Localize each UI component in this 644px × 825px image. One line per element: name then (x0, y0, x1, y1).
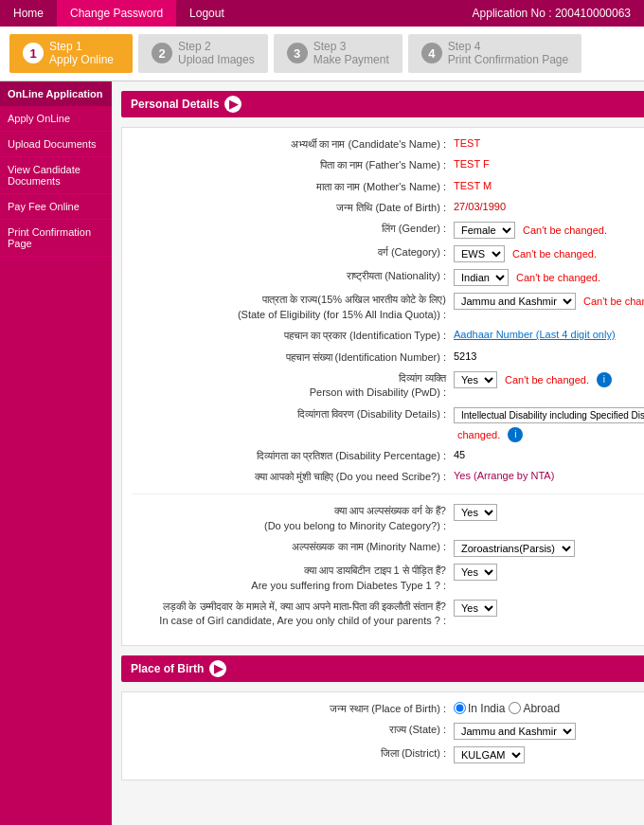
id-number-label: पहचान संख्या (Identification Number) : (132, 350, 454, 365)
id-number-value: 5213 (454, 350, 644, 362)
id-type-value: Aadhaar Number (Last 4 digit only) (454, 329, 644, 340)
disability-info-icon[interactable]: i (508, 427, 523, 442)
id-type-row: पहचान का प्रकार (Identification Type) : … (132, 329, 644, 343)
disability-details-value: Intellectual Disability including Specif… (454, 407, 644, 442)
birth-state-select[interactable]: Jammu and Kashmir (454, 723, 576, 740)
dob-row: जन्म तिथि (Date of Birth) : 27/03/1990 (132, 201, 644, 215)
birth-state-label: राज्य (State) : (132, 723, 454, 737)
step-3[interactable]: 3 Step 3Make Payment (274, 34, 402, 73)
minority-name-label: अल्पसंख्यक का नाम (Minority Name) : (132, 540, 454, 554)
sidebar-item-pay[interactable]: Pay Fee Online (0, 194, 112, 220)
step-1-num: 1 (23, 43, 44, 63)
place-birth-label: जन्म स्थान (Place of Birth) : (132, 702, 454, 716)
minority-value: YesNo (454, 504, 644, 521)
birth-district-select[interactable]: KULGAM (454, 746, 525, 763)
girl-candidate-label: लड़की के उम्मीदवार के मामले में, क्या आप… (132, 600, 454, 629)
pwd-label: दिव्यांग व्यक्तिPerson with Disability (… (132, 371, 454, 401)
father-name-value: TEST F (454, 158, 644, 170)
content-area: Personal Details ▶ अभ्यर्थी का नाम (Cand… (112, 81, 644, 825)
minority-name-row: अल्पसंख्यक का नाम (Minority Name) : Zoro… (132, 540, 644, 557)
nav-logout[interactable]: Logout (176, 0, 238, 27)
gender-value: Female Can't be changed. (454, 222, 644, 239)
personal-details-form: अभ्यर्थी का नाम (Candidate's Name) : TES… (121, 127, 644, 646)
place-birth-row: जन्म स्थान (Place of Birth) : In India A… (132, 702, 644, 716)
pwd-info-icon[interactable]: i (597, 372, 612, 387)
sidebar-item-print[interactable]: Print Confirmation Page (0, 220, 112, 257)
step-4-label: Step 4Print Confirmation Page (448, 40, 568, 67)
girl-candidate-select[interactable]: YesNo (454, 600, 497, 617)
personal-details-title: Personal Details (131, 98, 219, 111)
diabetes-select[interactable]: YesNo (454, 564, 497, 581)
minority-name-select[interactable]: Zoroastrians(Parsis) (454, 540, 575, 557)
minority-select[interactable]: YesNo (454, 504, 497, 521)
nationality-label: राष्ट्रीयता (Nationality) : (132, 269, 454, 283)
in-india-radio[interactable] (454, 702, 466, 714)
state-eligibility-select[interactable]: Jammu and Kashmir (454, 293, 576, 310)
state-eligibility-label: पात्रता के राज्य(15% अखिल भारतीय कोटे के… (132, 293, 454, 322)
personal-details-header: Personal Details ▶ (121, 91, 644, 117)
birth-district-value: KULGAM (454, 746, 644, 763)
disability-details-label: दिव्यांगता विवरण (Disability Details) : (132, 407, 454, 421)
place-section-icon: ▶ (209, 660, 226, 677)
dob-label: जन्म तिथि (Date of Birth) : (132, 201, 454, 215)
place-of-birth-header: Place of Birth ▶ (121, 655, 644, 682)
place-of-birth-form: जन्म स्थान (Place of Birth) : In India A… (121, 691, 644, 780)
main-layout: OnLine Application Apply OnLine Upload D… (0, 81, 644, 825)
abroad-radio[interactable] (509, 702, 521, 714)
step-4[interactable]: 4 Step 4Print Confirmation Page (408, 34, 581, 73)
minority-section: क्या आप अल्पसंख्यक वर्ग के हैं?(Do you b… (132, 493, 644, 628)
sidebar-item-view[interactable]: View Candidate Documents (0, 157, 112, 194)
mother-name-value: TEST M (454, 180, 644, 191)
mother-name-label: माता का नाम (Mother's Name) : (132, 180, 454, 194)
pwd-row: दिव्यांग व्यक्तिPerson with Disability (… (132, 371, 644, 401)
diabetes-label: क्या आप डायबिटीन टाइप 1 से पीड़ित हैं?Ar… (132, 564, 454, 593)
step-2-label: Step 2Upload Images (178, 40, 255, 67)
step-2[interactable]: 2 Step 2Upload Images (138, 34, 268, 73)
category-label: वर्ग (Category) : (132, 245, 454, 260)
disability-details-select[interactable]: Intellectual Disability including Specif… (454, 407, 644, 423)
step-1-label: Step 1Apply Online (49, 40, 114, 67)
nav-change-password[interactable]: Change Password (57, 0, 176, 27)
candidate-name-value: TEST (454, 137, 644, 149)
nationality-select[interactable]: Indian (454, 269, 509, 286)
disability-details-row: दिव्यांगता विवरण (Disability Details) : … (132, 407, 644, 442)
gender-select[interactable]: Female (454, 222, 515, 239)
birth-district-row: जिला (District) : KULGAM (132, 746, 644, 763)
state-eligibility-value: Jammu and Kashmir Can't be changed. (454, 293, 644, 310)
father-name-label: पिता का नाम (Father's Name) : (132, 158, 454, 172)
dob-value: 27/03/1990 (454, 201, 644, 212)
steps-bar: 1 Step 1Apply Online 2 Step 2Upload Imag… (0, 27, 644, 81)
girl-candidate-row: लड़की के उम्मीदवार के मामले में, क्या आप… (132, 600, 644, 629)
disability-pct-label: दिव्यांगता का प्रतिशत (Disability Percen… (132, 449, 454, 463)
step-3-label: Step 3Make Payment (313, 40, 389, 67)
id-number-row: पहचान संख्या (Identification Number) : 5… (132, 350, 644, 365)
birth-district-label: जिला (District) : (132, 746, 454, 761)
girl-candidate-value: YesNo (454, 600, 644, 617)
pwd-value: Yes Can't be changed. i (454, 371, 644, 388)
sidebar: OnLine Application Apply OnLine Upload D… (0, 81, 112, 825)
place-birth-value: In India Abroad (454, 702, 644, 715)
diabetes-row: क्या आप डायबिटीन टाइप 1 से पीड़ित हैं?Ar… (132, 564, 644, 593)
top-nav: Home Change Password Logout Application … (0, 0, 644, 27)
sidebar-title: OnLine Application (0, 81, 112, 106)
gender-row: लिंग (Gender) : Female Can't be changed. (132, 222, 644, 239)
sidebar-item-apply[interactable]: Apply OnLine (0, 106, 112, 132)
diabetes-value: YesNo (454, 564, 644, 581)
app-number: Application No : 200410000063 (473, 7, 644, 20)
sidebar-item-upload[interactable]: Upload Documents (0, 132, 112, 157)
minority-row: क्या आप अल्पसंख्यक वर्ग के हैं?(Do you b… (132, 504, 644, 533)
step-2-num: 2 (152, 43, 172, 63)
section-icon: ▶ (224, 96, 242, 113)
category-select[interactable]: EWS (454, 245, 505, 262)
candidate-name-row: अभ्यर्थी का नाम (Candidate's Name) : TES… (132, 137, 644, 152)
place-of-birth-title: Place of Birth (131, 662, 204, 675)
step-1[interactable]: 1 Step 1Apply Online (9, 34, 133, 73)
disability-pct-value: 45 (454, 449, 644, 460)
abroad-option[interactable]: Abroad (509, 702, 560, 715)
nationality-value: Indian Can't be changed. (454, 269, 644, 286)
in-india-option[interactable]: In India (454, 702, 505, 715)
nav-home[interactable]: Home (0, 0, 57, 27)
pwd-select[interactable]: Yes (454, 371, 497, 388)
birth-state-row: राज्य (State) : Jammu and Kashmir (132, 723, 644, 740)
minority-label: क्या आप अल्पसंख्यक वर्ग के हैं?(Do you b… (132, 504, 454, 533)
